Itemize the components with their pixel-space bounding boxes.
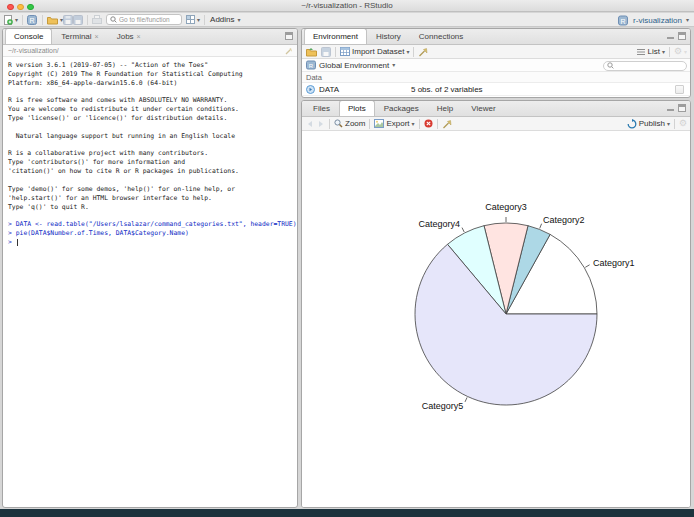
tab-label: Plots — [348, 101, 366, 116]
environment-tabbar: EnvironmentHistoryConnections — [302, 29, 690, 45]
object-summary: 5 obs. of 2 variables — [411, 83, 483, 96]
save-button[interactable] — [63, 15, 73, 25]
save-all-icon — [73, 15, 83, 25]
console-output[interactable]: R version 3.6.1 (2019-07-05) -- "Action … — [3, 57, 297, 247]
tab-jobs[interactable]: Jobs× — [108, 28, 150, 44]
export-plot-button[interactable]: Export ▾ — [374, 119, 414, 128]
maximize-pane-icon[interactable] — [678, 32, 686, 40]
export-label: Export — [386, 119, 409, 128]
svg-text:R: R — [309, 63, 314, 69]
tab-environment[interactable]: Environment — [304, 28, 367, 44]
project-cube-icon: R — [618, 15, 629, 26]
tab-label: Help — [437, 101, 453, 116]
tab-terminal[interactable]: Terminal× — [52, 28, 107, 44]
goto-file-search[interactable] — [106, 14, 182, 25]
console-output-line: Type 'q()' to quit R. — [8, 203, 297, 212]
print-icon — [92, 15, 102, 25]
minimize-pane-icon[interactable] — [667, 37, 674, 39]
zoom-plot-button[interactable]: Zoom — [334, 119, 365, 128]
text-cursor — [17, 239, 18, 246]
tab-label: Files — [313, 101, 330, 116]
console-output-line — [8, 176, 297, 185]
pie-chart: Category1Category2Category3Category4Cate… — [302, 132, 690, 508]
addins-button[interactable]: Addins ▾ — [209, 15, 240, 24]
gear-icon: ⚙ — [679, 119, 687, 128]
export-image-icon — [374, 119, 384, 128]
tab-history[interactable]: History — [367, 28, 410, 44]
maximize-pane-icon[interactable] — [678, 104, 686, 112]
view-table-button[interactable] — [675, 85, 684, 94]
tab-connections[interactable]: Connections — [410, 28, 472, 44]
console-input-line: > pie(DATA$Number.of.Times, DATA$Categor… — [8, 229, 297, 238]
maximize-pane-icon[interactable] — [285, 32, 293, 40]
gear-icon: ⚙ — [674, 47, 682, 56]
project-menu-button[interactable]: R r-visualization ▾ — [618, 13, 689, 27]
svg-text:R: R — [29, 17, 34, 24]
clear-all-plots-button[interactable] — [442, 119, 452, 129]
tab-files[interactable]: Files — [304, 100, 339, 116]
clear-console-icon[interactable] — [285, 47, 293, 55]
chevron-down-icon: ▾ — [15, 17, 18, 23]
import-dataset-label: Import Dataset — [352, 47, 404, 56]
pie-label-tick — [540, 224, 542, 229]
clear-environment-button[interactable] — [418, 47, 428, 57]
pane-layout-button[interactable]: ▾ — [186, 15, 200, 24]
close-icon[interactable]: × — [95, 29, 99, 44]
import-dataset-button[interactable]: Import Dataset ▾ — [340, 47, 409, 56]
minimize-pane-icon[interactable] — [667, 109, 674, 111]
open-file-button[interactable]: ▾ — [47, 15, 63, 25]
open-folder-icon — [306, 47, 317, 57]
tab-help[interactable]: Help — [428, 100, 462, 116]
tab-packages[interactable]: Packages — [375, 100, 428, 116]
magnifier-icon — [334, 119, 343, 128]
list-view-button[interactable]: List ▾ — [637, 47, 664, 56]
publish-button[interactable]: Publish ▾ — [627, 119, 670, 129]
tab-label: Console — [14, 29, 43, 44]
remove-plot-button[interactable] — [424, 119, 433, 128]
console-output-line: Type 'demo()' for some demos, 'help()' f… — [8, 185, 297, 194]
search-icon — [607, 62, 614, 69]
console-tabbar: ConsoleTerminal×Jobs× — [3, 29, 297, 45]
pie-slice-label: Category3 — [485, 202, 527, 212]
scope-selector[interactable]: Global Environment — [319, 61, 389, 70]
environment-toolbar: Import Dataset ▾ List ▾ ⚙ ▾ — [302, 45, 690, 59]
chevron-down-icon: ▾ — [392, 62, 395, 68]
refresh-plot-button[interactable]: ⚙ — [679, 119, 687, 128]
tab-label: Packages — [384, 101, 419, 116]
save-workspace-button[interactable] — [321, 47, 331, 57]
publish-icon — [627, 119, 637, 129]
tab-console[interactable]: Console — [5, 28, 52, 44]
addins-label: Addins — [210, 15, 234, 24]
goto-file-input[interactable] — [119, 16, 179, 23]
load-workspace-button[interactable] — [306, 47, 317, 57]
environment-object-row[interactable]: DATA5 obs. of 2 variables — [302, 83, 690, 96]
window-titlebar: ~/r-visualization - RStudio — [0, 0, 694, 12]
window-title: ~/r-visualization - RStudio — [0, 0, 694, 12]
tab-plots[interactable]: Plots — [339, 100, 375, 116]
open-folder-icon — [47, 15, 58, 25]
refresh-environment-button[interactable]: ⚙ ▾ — [674, 47, 687, 56]
pie-slice-label: Category4 — [419, 219, 461, 229]
svg-text:R: R — [621, 17, 626, 24]
next-plot-button[interactable] — [317, 120, 325, 128]
tab-viewer[interactable]: Viewer — [462, 100, 504, 116]
pie-label-tick — [462, 228, 464, 232]
expand-object-icon[interactable] — [306, 85, 315, 98]
previous-plot-button[interactable] — [306, 120, 314, 128]
window-bottom-edge — [0, 509, 694, 517]
chevron-down-icon: ▾ — [412, 121, 415, 127]
environment-search[interactable] — [603, 61, 687, 71]
save-all-button[interactable] — [73, 15, 83, 25]
tab-label: Terminal — [61, 29, 91, 44]
console-output-line — [8, 211, 297, 220]
chevron-down-icon: ▾ — [686, 17, 689, 23]
environment-scope-row: R Global Environment ▾ — [302, 59, 690, 72]
print-button[interactable] — [92, 15, 102, 25]
new-project-button[interactable]: R — [27, 14, 38, 25]
forward-arrow-icon — [317, 120, 325, 128]
pie-label-tick — [585, 265, 589, 268]
chevron-down-icon: ▾ — [197, 17, 200, 23]
plots-toolbar: Zoom Export ▾ Publis — [302, 117, 690, 131]
close-icon[interactable]: × — [137, 29, 141, 44]
new-file-button[interactable]: ▾ — [4, 14, 18, 25]
